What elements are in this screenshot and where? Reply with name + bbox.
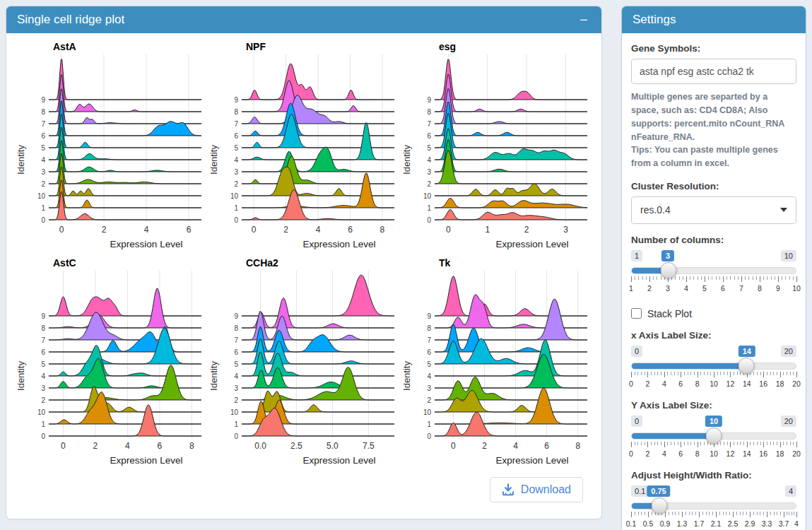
x-tick-label: 4 (125, 441, 130, 451)
x-tick-label: 0 (446, 225, 451, 235)
y-tick-label: 1 (41, 204, 45, 212)
y-tick-label: 10 (230, 192, 239, 200)
ridge-asta-identity-6 (49, 102, 201, 136)
ridge-esg-identity-1 (435, 199, 587, 208)
y-axis-title: Identity (208, 361, 219, 391)
chart-title: AstA (53, 41, 76, 52)
download-button[interactable]: Download (490, 477, 583, 502)
gene-symbols-input[interactable] (631, 59, 796, 84)
chevron-down-icon (780, 208, 787, 212)
x-tick-label: 6 (187, 225, 192, 235)
slider-max-label: 20 (781, 416, 796, 427)
collapse-button[interactable]: − (577, 15, 591, 25)
x-tick-label: 4 (144, 225, 149, 235)
y-axis-title: Identity (401, 361, 412, 391)
y-tick-label: 10 (423, 192, 432, 200)
x-tick-label: 6 (158, 441, 163, 451)
ridge-tk-identity-9 (435, 276, 587, 316)
y-tick-label: 1 (41, 420, 45, 428)
x-tick-label: 3 (563, 225, 568, 235)
x-tick-label: 2 (283, 225, 288, 235)
y-tick-label: 3 (234, 168, 238, 176)
y-tick-label: 8 (427, 324, 431, 332)
columns-label: Number of columns: (631, 235, 796, 245)
ratio-label: Adjust Height/Width Ratio: (631, 470, 796, 481)
y-tick-label: 7 (234, 120, 238, 128)
y-tick-label: 8 (427, 108, 431, 116)
y-tick-label: 6 (427, 132, 431, 140)
ridge-panel-header: Single cell ridge plot − (6, 6, 601, 33)
slider-track[interactable] (631, 267, 796, 274)
stack-plot-checkbox[interactable] (631, 308, 642, 319)
x-tick-label: 0 (59, 225, 64, 235)
y-tick-label: 4 (427, 156, 431, 164)
download-icon (502, 483, 514, 496)
y-tick-label: 2 (427, 396, 431, 404)
y-tick-label: 0 (234, 216, 238, 224)
y-tick-label: 9 (427, 96, 431, 104)
download-row: Download (15, 470, 593, 502)
y-tick-label: 2 (41, 180, 45, 188)
ridge-asta-identity-0 (49, 192, 201, 220)
slider-min-label: 1 (631, 250, 642, 261)
y-axis-size-slider[interactable]: 0201002468101214161820 (631, 416, 796, 459)
y-tick-label: 2 (41, 396, 45, 404)
ridge-asta-identity-7 (49, 90, 201, 124)
gene-symbols-field: Gene Symbols: Multiple genes are separte… (631, 43, 796, 170)
y-tick-label: 9 (41, 312, 45, 320)
x-tick-label: 0.0 (254, 441, 266, 451)
chart-title: NPF (246, 41, 266, 52)
x-axis-title: Expression Level (303, 455, 376, 466)
y-tick-label: 5 (41, 144, 45, 152)
ridge-ccha2-identity-9 (242, 276, 394, 317)
y-tick-label: 0 (41, 432, 45, 440)
slider-handle[interactable] (706, 428, 722, 444)
y-tick-label: 1 (234, 420, 238, 428)
cluster-resolution-select[interactable]: res.0.4 (631, 196, 796, 224)
y-tick-label: 9 (234, 96, 238, 104)
x-tick-label: 6 (544, 441, 549, 451)
x-tick-label: 2 (102, 225, 107, 235)
y-tick-label: 4 (234, 156, 238, 164)
slider-fill (632, 363, 746, 369)
ridge-panel-body: AstAIdentity9876543210100246Expression L… (6, 33, 601, 511)
x-tick-label: 2 (482, 441, 487, 451)
y-tick-label: 7 (234, 336, 238, 344)
y-tick-label: 0 (427, 432, 431, 440)
columns-slider[interactable]: 110312345678910 (631, 250, 796, 294)
ridge-asta-identity-3 (49, 141, 201, 172)
x-tick-label: 8 (575, 441, 580, 451)
slider-track[interactable] (631, 432, 796, 440)
slider-handle[interactable] (660, 262, 676, 278)
slider-track[interactable] (631, 502, 796, 510)
y-tick-label: 5 (234, 360, 238, 368)
settings-header: Settings (622, 6, 806, 33)
page: Single cell ridge plot − AstAIdentity987… (0, 0, 812, 530)
settings-body: Gene Symbols: Multiple genes are separte… (622, 33, 806, 530)
x-axis-size-slider[interactable]: 0201402468101214161820 (631, 346, 796, 389)
x-tick-label: 0 (451, 441, 456, 451)
settings-title: Settings (632, 13, 676, 27)
y-tick-label: 8 (234, 108, 238, 116)
slider-track[interactable] (631, 363, 796, 370)
x-axis-title: Expression Level (303, 239, 376, 249)
slider-value-label: 14 (739, 346, 755, 357)
ridge-chart-svg: esgIdentity9876543210100123Expression Le… (401, 40, 593, 254)
ridge-plot-tk: TkIdentity98765432101002468Expression Le… (401, 257, 593, 470)
y-tick-label: 1 (427, 204, 431, 212)
slider-handle[interactable] (651, 497, 667, 514)
x-axis-size-label: x Axis Label Size: (631, 330, 796, 341)
ratio-slider[interactable]: 0.140.750.10.50.91.31.72.12.52.93.33.74 (631, 485, 796, 529)
ridge-plot-panel: Single cell ridge plot − AstAIdentity987… (6, 6, 602, 519)
slider-grid: 02468101214161820 (631, 372, 796, 389)
settings-panel: Settings Gene Symbols: Multiple genes ar… (621, 6, 806, 530)
slider-handle[interactable] (739, 358, 755, 374)
slider-max-label: 10 (781, 250, 796, 261)
ridge-chart-svg: NPFIdentity98765432101002468Expression L… (208, 40, 400, 254)
slider-grid: 12345678910 (631, 276, 796, 293)
y-tick-label: 6 (234, 348, 238, 356)
stack-plot-label: Stack Plot (647, 308, 692, 319)
y-tick-label: 0 (234, 432, 238, 440)
x-tick-label: 2 (93, 441, 98, 451)
y-axis-title: Identity (16, 361, 26, 391)
